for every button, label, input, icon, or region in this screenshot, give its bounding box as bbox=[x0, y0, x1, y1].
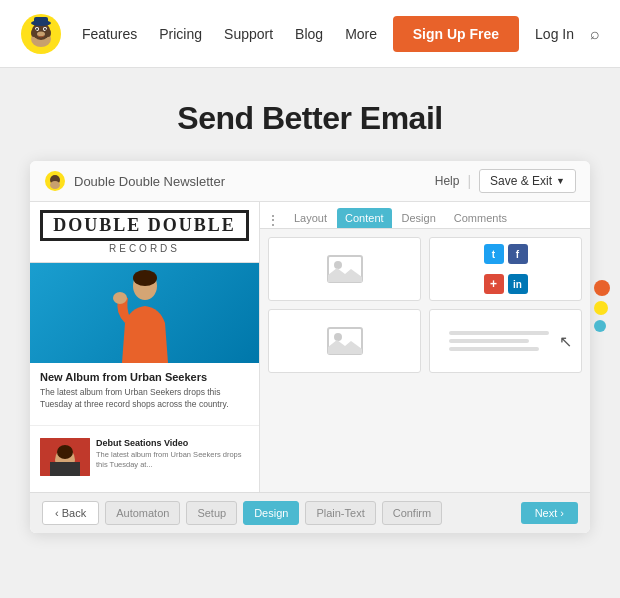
twitter-icon: t bbox=[484, 244, 504, 264]
nav-pricing[interactable]: Pricing bbox=[159, 26, 202, 42]
signup-button[interactable]: Sign Up Free bbox=[393, 16, 519, 52]
thumb-image-icon bbox=[40, 438, 90, 476]
svg-point-17 bbox=[133, 270, 157, 286]
search-icon[interactable]: ⌕ bbox=[590, 25, 600, 43]
wizard-step-confirm[interactable]: Confirm bbox=[382, 501, 443, 525]
nav-right: Sign Up Free Log In ⌕ bbox=[393, 16, 600, 52]
hero-section: Send Better Email bbox=[0, 68, 620, 161]
google-plus-icon: + bbox=[484, 274, 504, 294]
svg-rect-22 bbox=[50, 462, 80, 476]
deco-circle-yellow bbox=[594, 301, 608, 315]
email-row-title: Debut Seations Video bbox=[96, 438, 249, 448]
save-exit-label: Save & Exit bbox=[490, 174, 552, 188]
svg-point-5 bbox=[36, 28, 38, 30]
social-icons-container: t f + in bbox=[454, 240, 558, 298]
back-button[interactable]: ‹ Back bbox=[42, 501, 99, 525]
panel-tabs: ⋮ Layout Content Design Comments bbox=[260, 202, 590, 229]
text-line-2 bbox=[449, 339, 530, 343]
email-thumbnail bbox=[40, 438, 90, 476]
svg-point-9 bbox=[45, 29, 51, 37]
wizard-step-plaintext[interactable]: Plain-Text bbox=[305, 501, 375, 525]
nav-features[interactable]: Features bbox=[82, 26, 137, 42]
divider: | bbox=[467, 173, 471, 189]
svg-point-26 bbox=[334, 333, 342, 341]
svg-point-18 bbox=[113, 292, 127, 304]
app-topbar-right: Help | Save & Exit ▼ bbox=[435, 169, 576, 193]
email-hero-image bbox=[30, 263, 259, 363]
image-block-2[interactable] bbox=[268, 309, 421, 373]
app-window: Double Double Newsletter Help | Save & E… bbox=[30, 161, 590, 533]
wizard-step-automaton[interactable]: Automaton bbox=[105, 501, 180, 525]
email-logo-text: DOUBLE DOUBLE bbox=[40, 210, 249, 241]
email-section-text: The latest album from Urban Seekers drop… bbox=[40, 387, 249, 411]
logo-icon bbox=[20, 13, 62, 55]
svg-point-6 bbox=[44, 28, 46, 30]
nav-support[interactable]: Support bbox=[224, 26, 273, 42]
text-line-3 bbox=[449, 347, 540, 351]
email-logo-sub: RECORDS bbox=[38, 243, 251, 254]
help-link[interactable]: Help bbox=[435, 174, 460, 188]
cursor-icon: ↖ bbox=[559, 332, 572, 351]
content-blocks-grid: t f + in bbox=[260, 229, 590, 381]
social-block[interactable]: t f + in bbox=[429, 237, 582, 301]
email-row-desc: The latest album from Urban Seekers drop… bbox=[96, 450, 249, 470]
svg-point-8 bbox=[31, 29, 37, 37]
save-exit-button[interactable]: Save & Exit ▼ bbox=[479, 169, 576, 193]
app-topbar: Double Double Newsletter Help | Save & E… bbox=[30, 161, 590, 202]
email-divider bbox=[30, 425, 259, 426]
svg-rect-12 bbox=[33, 23, 49, 25]
linkedin-icon: in bbox=[508, 274, 528, 294]
app-window-title: Double Double Newsletter bbox=[74, 174, 435, 189]
decorative-circles bbox=[594, 280, 610, 332]
svg-point-15 bbox=[50, 181, 60, 189]
facebook-icon: f bbox=[508, 244, 528, 264]
email-header: DOUBLE DOUBLE RECORDS bbox=[30, 202, 259, 263]
app-logo-icon bbox=[44, 170, 66, 192]
hero-title: Send Better Email bbox=[20, 100, 600, 137]
email-row-text: Debut Seations Video The latest album fr… bbox=[96, 438, 249, 470]
nav-links: Features Pricing Support Blog More bbox=[82, 26, 393, 42]
panel-dots-icon: ⋮ bbox=[266, 208, 284, 228]
wizard-bar: ‹ Back Automaton Setup Design Plain-Text… bbox=[30, 492, 590, 533]
tab-layout[interactable]: Layout bbox=[286, 208, 335, 228]
tab-content[interactable]: Content bbox=[337, 208, 392, 228]
navbar: Features Pricing Support Blog More Sign … bbox=[0, 0, 620, 68]
image-placeholder-2-icon bbox=[327, 327, 363, 355]
email-content-section: New Album from Urban Seekers The latest … bbox=[30, 363, 259, 419]
email-preview: DOUBLE DOUBLE RECORDS bbox=[30, 202, 260, 492]
svg-point-24 bbox=[334, 261, 342, 269]
right-panel: ⋮ Layout Content Design Comments bbox=[260, 202, 590, 492]
email-section-title: New Album from Urban Seekers bbox=[40, 371, 249, 383]
tab-comments[interactable]: Comments bbox=[446, 208, 515, 228]
login-button[interactable]: Log In bbox=[535, 26, 574, 42]
deco-circle-blue bbox=[594, 320, 606, 332]
svg-point-21 bbox=[57, 445, 73, 459]
next-button[interactable]: Next › bbox=[521, 502, 578, 524]
deco-circle-orange bbox=[594, 280, 610, 296]
app-body: DOUBLE DOUBLE RECORDS bbox=[30, 202, 590, 492]
next-label: Next › bbox=[535, 507, 564, 519]
email-row-item: Debut Seations Video The latest album fr… bbox=[30, 432, 259, 482]
image-block[interactable] bbox=[268, 237, 421, 301]
logo-area[interactable] bbox=[20, 13, 62, 55]
image-placeholder-icon bbox=[327, 255, 363, 283]
text-line-1 bbox=[449, 331, 550, 335]
nav-blog[interactable]: Blog bbox=[295, 26, 323, 42]
text-block[interactable]: ↖ bbox=[429, 309, 582, 373]
nav-more[interactable]: More bbox=[345, 26, 377, 42]
dropdown-arrow-icon: ▼ bbox=[556, 176, 565, 186]
wizard-step-design[interactable]: Design bbox=[243, 501, 299, 525]
wizard-step-setup[interactable]: Setup bbox=[186, 501, 237, 525]
person-figure-icon bbox=[110, 268, 180, 363]
text-lines-container bbox=[439, 321, 560, 361]
tab-design[interactable]: Design bbox=[394, 208, 444, 228]
